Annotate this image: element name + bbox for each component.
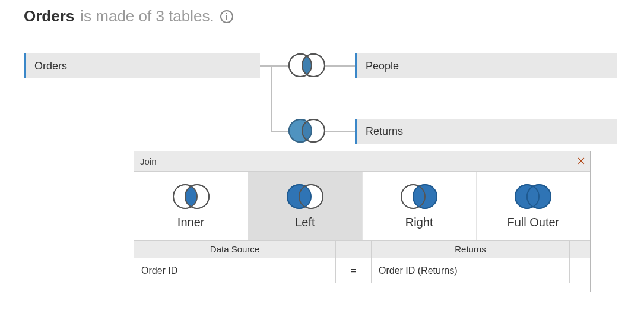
- table-returns[interactable]: Returns: [355, 119, 617, 144]
- dialog-title: Join: [140, 156, 157, 166]
- clause-right-field[interactable]: Order ID (Returns): [372, 258, 570, 283]
- join-option-label: Full Outer: [507, 216, 559, 229]
- clause-header-right: Returns: [372, 241, 570, 258]
- venn-inner-icon: [167, 182, 215, 211]
- join-option-label: Left: [295, 216, 315, 229]
- clause-header-left: Data Source: [134, 241, 336, 258]
- join-option-label: Inner: [177, 216, 205, 229]
- venn-left-icon: [281, 182, 329, 211]
- join-dialog: Join × Inner Left: [134, 151, 591, 292]
- clause-operator[interactable]: =: [336, 258, 372, 283]
- clause-header-op: [336, 241, 372, 258]
- clause-left-field[interactable]: Order ID: [134, 258, 336, 283]
- table-label: Orders: [34, 60, 67, 72]
- join-icon-returns[interactable]: [285, 118, 328, 144]
- join-option-inner[interactable]: Inner: [134, 172, 248, 240]
- join-type-options: Inner Left Right: [134, 172, 590, 241]
- join-clause-header: Data Source Returns: [134, 241, 590, 258]
- table-label: People: [366, 60, 399, 72]
- join-icon-people[interactable]: [285, 52, 328, 78]
- close-icon[interactable]: ×: [577, 154, 585, 168]
- clause-header-tail: [570, 241, 590, 258]
- join-option-right[interactable]: Right: [363, 172, 477, 240]
- join-option-full-outer[interactable]: Full Outer: [477, 172, 590, 240]
- table-label: Returns: [366, 125, 403, 138]
- data-source-subtitle: is made of 3 tables.: [80, 7, 214, 26]
- table-orders[interactable]: Orders: [24, 53, 260, 78]
- venn-full-outer-icon: [509, 182, 557, 211]
- clause-row-tail: [570, 258, 590, 283]
- join-clause-row: Order ID = Order ID (Returns): [134, 258, 590, 283]
- page-header: Orders is made of 3 tables. i: [24, 7, 233, 26]
- venn-right-icon: [395, 182, 443, 211]
- join-option-left[interactable]: Left: [248, 172, 362, 240]
- dialog-header: Join ×: [134, 151, 590, 172]
- info-icon[interactable]: i: [220, 10, 233, 23]
- connector-line: [271, 65, 272, 132]
- clause-padding: [134, 283, 590, 292]
- table-people[interactable]: People: [355, 53, 617, 78]
- join-option-label: Right: [405, 216, 433, 229]
- data-source-name: Orders: [24, 7, 74, 26]
